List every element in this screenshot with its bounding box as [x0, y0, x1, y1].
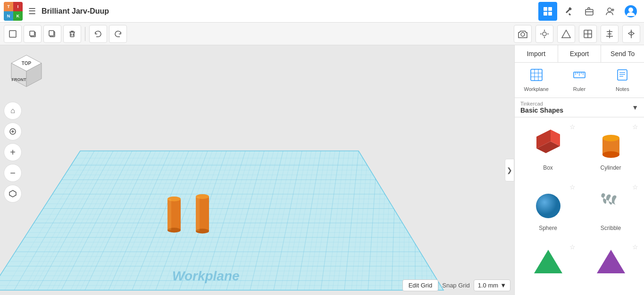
- shape-sphere[interactable]: ☆ Sphere: [519, 181, 577, 238]
- menu-icon[interactable]: ☰: [26, 4, 38, 18]
- shapes-grid: ☆ Box ☆: [515, 117, 644, 295]
- shapes-dropdown-arrow[interactable]: ▼: [632, 104, 638, 111]
- main-area: TOP FRONT ⌂ + −: [0, 45, 644, 295]
- cylinder-star[interactable]: ☆: [632, 123, 638, 131]
- svg-rect-11: [9, 31, 16, 37]
- ruler-icon: [573, 68, 586, 84]
- home-tool[interactable]: ⌂: [4, 102, 22, 120]
- zoom-in-tool[interactable]: +: [4, 143, 22, 161]
- scribble-star[interactable]: ☆: [632, 183, 638, 191]
- svg-rect-2: [544, 12, 547, 16]
- box-label: Box: [543, 164, 553, 171]
- snap-grid-arrow[interactable]: ▼: [500, 282, 506, 289]
- tinkercad-logo[interactable]: T I N K: [4, 2, 23, 21]
- svg-rect-0: [544, 7, 547, 11]
- cylinder-label: Cylinder: [600, 164, 621, 171]
- notes-tool[interactable]: Notes: [601, 66, 644, 94]
- project-name[interactable]: Brilliant Jarv-Duup: [42, 7, 535, 16]
- logo-i: I: [13, 2, 23, 11]
- snap-grid-value[interactable]: 1.0 mm ▼: [474, 279, 510, 291]
- briefcase-button[interactable]: [580, 2, 599, 21]
- delete-button[interactable]: [63, 25, 81, 43]
- sphere-star[interactable]: ☆: [569, 183, 576, 191]
- box-star[interactable]: ☆: [569, 123, 576, 131]
- view-cube[interactable]: TOP FRONT: [8, 53, 45, 95]
- extra2-star[interactable]: ☆: [632, 243, 638, 251]
- topbar: T I N K ☰ Brilliant Jarv-Duup: [0, 0, 644, 23]
- shape-extra1[interactable]: ☆: [519, 241, 577, 291]
- shapes-title[interactable]: Basic Shapes: [520, 107, 628, 114]
- import-button[interactable]: Import: [515, 45, 558, 62]
- scribble-label: Scribble: [601, 225, 621, 231]
- sphere-label: Sphere: [539, 225, 557, 231]
- workplane-label: Workplane: [524, 86, 548, 92]
- svg-rect-13: [30, 31, 34, 36]
- light-button[interactable]: [535, 25, 553, 43]
- zoom-out-tool[interactable]: −: [4, 164, 22, 182]
- workplane-canvas[interactable]: Workplane: [0, 45, 514, 295]
- redo-button[interactable]: [109, 25, 127, 43]
- svg-rect-152: [167, 199, 171, 230]
- camera-button[interactable]: [514, 25, 532, 43]
- svg-rect-168: [618, 70, 627, 80]
- svg-point-19: [521, 33, 525, 36]
- export-button[interactable]: Export: [558, 45, 602, 62]
- panel-tools: Workplane Ruler: [515, 63, 644, 98]
- svg-rect-1: [548, 7, 552, 11]
- edit-grid-button[interactable]: Edit Grid: [402, 279, 439, 291]
- 3d-tool[interactable]: [4, 185, 22, 203]
- toolbar: [0, 23, 644, 45]
- hammer-button[interactable]: [559, 2, 578, 21]
- profile-button[interactable]: [621, 2, 640, 21]
- svg-rect-156: [196, 197, 200, 231]
- align-button[interactable]: [601, 25, 619, 43]
- snap-grid-number: 1.0 mm: [478, 282, 498, 289]
- fit-tool[interactable]: [4, 123, 22, 140]
- extra1-star[interactable]: ☆: [569, 243, 576, 251]
- shape-scribble[interactable]: ☆ Scribble: [581, 181, 640, 238]
- send-to-button[interactable]: Send To: [601, 45, 644, 62]
- grid2-button[interactable]: [579, 25, 597, 43]
- shapes-brand: Tinkercad: [520, 101, 628, 107]
- svg-rect-157: [531, 69, 542, 81]
- cylinder-left[interactable]: [167, 197, 181, 232]
- svg-point-10: [628, 8, 633, 12]
- svg-point-177: [602, 151, 619, 158]
- toolbar-divider-1: [85, 27, 85, 41]
- svg-rect-4: [585, 9, 593, 15]
- svg-rect-3: [548, 12, 552, 16]
- shape-cylinder[interactable]: ☆ Cylinder: [581, 121, 640, 178]
- shape-button[interactable]: [557, 25, 575, 43]
- grid-view-button[interactable]: [538, 2, 557, 21]
- viewport[interactable]: TOP FRONT ⌂ + −: [0, 45, 514, 295]
- right-panel: Import Export Send To Workplane: [514, 45, 644, 295]
- svg-rect-15: [49, 31, 54, 36]
- svg-marker-25: [562, 30, 570, 38]
- svg-point-176: [602, 135, 619, 141]
- shape-box[interactable]: ☆ Box: [519, 121, 577, 178]
- logo-k: K: [13, 11, 23, 21]
- workplane-tool[interactable]: Workplane: [515, 66, 558, 94]
- svg-marker-179: [534, 250, 562, 273]
- copy-button[interactable]: [24, 25, 42, 43]
- workplane-icon: [530, 68, 543, 84]
- svg-point-178: [536, 194, 560, 218]
- svg-text:TOP: TOP: [22, 61, 32, 66]
- ruler-label: Ruler: [573, 86, 585, 92]
- workplane-text: Workplane: [172, 268, 240, 283]
- svg-marker-180: [597, 250, 625, 273]
- notes-icon: [616, 68, 629, 84]
- mirror-button[interactable]: [622, 25, 640, 43]
- paste-button[interactable]: [43, 25, 61, 43]
- new-button[interactable]: [4, 25, 22, 43]
- ruler-tool[interactable]: Ruler: [558, 66, 601, 94]
- cylinder-right[interactable]: [196, 194, 209, 234]
- bottom-controls: Edit Grid Snap Grid 1.0 mm ▼: [402, 279, 510, 291]
- collapse-panel-button[interactable]: ❯: [505, 159, 514, 181]
- logo-n: N: [4, 11, 13, 21]
- add-user-button[interactable]: [601, 2, 619, 21]
- undo-button[interactable]: [89, 25, 107, 43]
- svg-point-6: [608, 8, 611, 12]
- shape-extra2[interactable]: ☆: [581, 241, 640, 291]
- extra2-visual: [592, 245, 630, 283]
